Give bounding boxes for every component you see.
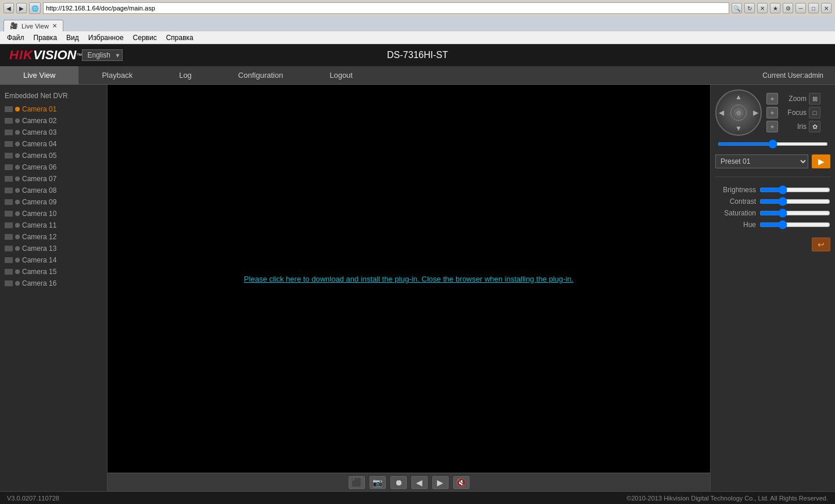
ptz-wheel-outer[interactable]: ▲ ▼ ◀ ▶ ⊙ (715, 89, 762, 136)
zoom-out-icon[interactable]: ⊞ (809, 93, 820, 105)
saturation-slider[interactable] (759, 208, 830, 218)
camera-item-3[interactable]: Camera 03 (0, 127, 107, 138)
camera-icon (5, 164, 13, 170)
camera-status-dot (15, 200, 20, 204)
browser-tab-liveview[interactable]: 🎥 Live View ✕ (3, 20, 63, 31)
camera-item-1[interactable]: Camera 01 (0, 103, 107, 115)
zoom-in-btn[interactable]: + (766, 93, 778, 105)
preset-go-btn[interactable]: ▶ (812, 154, 830, 168)
app-footer: V3.0.0207.110728 ©2010-2013 Hikvision Di… (0, 491, 835, 504)
camera-item-14[interactable]: Camera 14 (0, 254, 107, 266)
camera-item-11[interactable]: Camera 11 (0, 219, 107, 231)
ptz-left-icon[interactable]: ◀ (719, 109, 724, 117)
app: HIKVISION™ DS-7316HI-ST English ▼ Live V… (0, 44, 835, 504)
language-select[interactable]: English (82, 49, 123, 61)
ptz-up-icon[interactable]: ▲ (735, 93, 742, 101)
iris-out-icon[interactable]: ✿ (809, 121, 820, 132)
camera-icon (5, 234, 13, 240)
nav-log[interactable]: Log (156, 66, 215, 84)
ptz-h-slider[interactable] (718, 142, 828, 146)
tab-close-icon[interactable]: ✕ (52, 23, 57, 29)
ptz-section: ▲ ▼ ◀ ▶ ⊙ + Zoom (715, 89, 830, 149)
menu-edit[interactable]: Правка (29, 33, 62, 43)
prev-btn[interactable]: ◀ (411, 476, 428, 489)
app-body: Embedded Net DVR Camera 01 Camera 02 Cam… (0, 85, 835, 491)
ptz-down-icon[interactable]: ▼ (735, 124, 742, 132)
nav-logout[interactable]: Logout (306, 66, 376, 84)
forward-btn[interactable]: ▶ (16, 3, 27, 13)
search-icon[interactable]: 🔍 (732, 3, 742, 13)
nav-live-view[interactable]: Live View (0, 66, 78, 84)
window-min-icon[interactable]: ─ (795, 3, 806, 13)
reset-btn-container: ↩ (715, 237, 830, 251)
camera-item-6[interactable]: Camera 06 (0, 161, 107, 173)
video-container: Please click here to download and instal… (107, 85, 710, 491)
next-btn[interactable]: ▶ (432, 476, 449, 489)
ptz-center-btn[interactable]: ⊙ (730, 105, 747, 121)
ptz-right-icon[interactable]: ▶ (753, 109, 758, 117)
plugin-download-link[interactable]: Please click here to download and instal… (244, 275, 574, 283)
preset-select[interactable]: Preset 01 Preset 02 Preset 03 (715, 154, 808, 168)
camera-item-8[interactable]: Camera 08 (0, 185, 107, 196)
camera-item-4[interactable]: Camera 04 (0, 138, 107, 150)
camera-item-2[interactable]: Camera 02 (0, 115, 107, 127)
window-close-icon[interactable]: ✕ (821, 3, 832, 13)
camera-item-7[interactable]: Camera 07 (0, 173, 107, 185)
copyright-label: ©2010-2013 Hikvision Digital Technology … (626, 495, 828, 502)
hue-slider-wrapper (759, 220, 830, 229)
camera-icon (5, 280, 13, 286)
focus-in-btn[interactable]: + (766, 107, 778, 118)
tab-title: Live View (21, 23, 49, 30)
sidebar-title: Embedded Net DVR (0, 89, 107, 103)
audio-btn[interactable]: 🔇 (453, 476, 470, 489)
menu-favorites[interactable]: Избранное (84, 33, 128, 43)
refresh-icon[interactable]: ↻ (744, 3, 755, 13)
video-main: Please click here to download and instal… (107, 85, 710, 473)
reset-btn[interactable]: ↩ (812, 237, 830, 251)
contrast-label: Contrast (715, 197, 756, 206)
zoom-label: Zoom (780, 95, 807, 103)
camera-name: Camera 05 (22, 152, 56, 160)
stream-btn[interactable]: ⬛ (349, 476, 365, 489)
camera-item-9[interactable]: Camera 09 (0, 196, 107, 208)
focus-out-icon[interactable]: □ (809, 107, 820, 118)
brightness-slider[interactable] (759, 185, 830, 195)
close-nav-icon[interactable]: ✕ (757, 3, 768, 13)
camera-icon (5, 129, 13, 135)
menu-help[interactable]: Справка (162, 33, 198, 43)
menu-service[interactable]: Сервис (128, 33, 162, 43)
url-field[interactable]: http://192.168.1.64/doc/page/main.asp (43, 2, 729, 14)
browser-chrome: ◀ ▶ 🌐 http://192.168.1.64/doc/page/main.… (0, 0, 835, 44)
iris-in-btn[interactable]: + (766, 121, 778, 132)
camera-name: Camera 13 (22, 244, 56, 253)
window-max-icon[interactable]: □ (808, 3, 819, 13)
back-btn[interactable]: ◀ (3, 3, 14, 13)
camera-item-13[interactable]: Camera 13 (0, 243, 107, 254)
brightness-slider-wrapper (759, 185, 830, 195)
snapshot-btn[interactable]: 📷 (370, 476, 386, 489)
contrast-slider[interactable] (759, 197, 830, 206)
camera-item-16[interactable]: Camera 16 (0, 278, 107, 289)
hue-slider[interactable] (759, 220, 830, 229)
logo-tm: ™ (76, 52, 82, 59)
camera-status-dot (15, 130, 20, 135)
settings-icon[interactable]: ⚙ (783, 3, 793, 13)
menu-view[interactable]: Вид (62, 33, 84, 43)
nav-playback[interactable]: Playback (78, 66, 156, 84)
camera-icon (5, 176, 13, 182)
camera-icon (5, 188, 13, 193)
nav-configuration[interactable]: Configuration (215, 66, 306, 84)
camera-item-10[interactable]: Camera 10 (0, 208, 107, 219)
camera-status-dot (15, 223, 20, 228)
camera-status-dot (15, 107, 20, 111)
favorites-icon[interactable]: ★ (770, 3, 780, 13)
record-btn[interactable]: ⏺ (390, 476, 407, 489)
camera-item-5[interactable]: Camera 05 (0, 150, 107, 161)
camera-item-12[interactable]: Camera 12 (0, 231, 107, 243)
camera-item-15[interactable]: Camera 15 (0, 266, 107, 278)
focus-label: Focus (780, 109, 807, 117)
menu-file[interactable]: Файл (2, 33, 29, 43)
saturation-row: Saturation (715, 208, 830, 218)
ptz-controls: + Zoom ⊞ + Focus □ + Iris ✿ (766, 93, 820, 132)
ptz-center-icon: ⊙ (736, 110, 741, 116)
